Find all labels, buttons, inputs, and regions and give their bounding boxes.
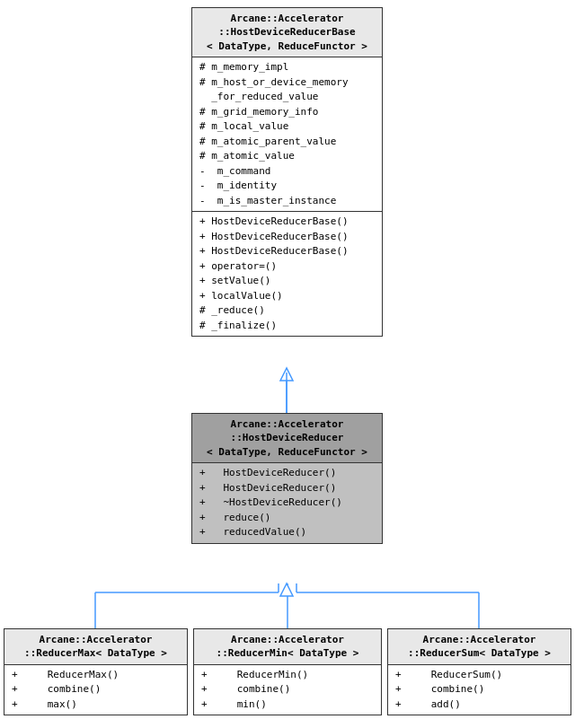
svg-marker-9 <box>280 583 293 596</box>
base-methods-section: + HostDeviceReducerBase() + HostDeviceRe… <box>192 212 382 336</box>
left-class-box: Arcane::Accelerator::ReducerMax< DataTyp… <box>4 628 188 715</box>
center-method-2: + combine() <box>201 682 374 697</box>
method-7: # _reduce() <box>199 303 375 319</box>
left-class-title: Arcane::Accelerator::ReducerMax< DataTyp… <box>4 629 187 665</box>
left-methods-section: + ReducerMax() + combine() + max() <box>4 665 187 715</box>
attr-4: # m_grid_memory_info <box>199 105 375 120</box>
attr-10: - m_is_master_instance <box>199 194 375 209</box>
svg-marker-1 <box>280 368 293 381</box>
method-2: + HostDeviceReducerBase() <box>199 230 375 245</box>
base-class-title: Arcane::Accelerator::HostDeviceReducerBa… <box>192 8 382 57</box>
mid-method-4: + reduce() <box>199 511 375 526</box>
attr-1: # m_memory_impl <box>199 60 375 75</box>
method-4: + operator=() <box>199 259 375 275</box>
left-method-2: + combine() <box>12 682 180 697</box>
method-1: + HostDeviceReducerBase() <box>199 215 375 230</box>
middle-class-title: Arcane::Accelerator::HostDeviceReducer< … <box>192 414 382 463</box>
method-3: + HostDeviceReducerBase() <box>199 244 375 259</box>
attr-2: # m_host_or_device_memory <box>199 75 375 91</box>
base-attributes-section: # m_memory_impl # m_host_or_device_memor… <box>192 57 382 212</box>
attr-3: _for_reduced_value <box>199 90 375 105</box>
center-methods-section: + ReducerMin() + combine() + min() <box>194 665 381 715</box>
base-class-box: Arcane::Accelerator::HostDeviceReducerBa… <box>191 7 383 337</box>
method-6: + localValue() <box>199 289 375 304</box>
middle-methods-section: + HostDeviceReducer() + HostDeviceReduce… <box>192 463 382 543</box>
mid-method-2: + HostDeviceReducer() <box>199 481 375 496</box>
right-method-2: + combine() <box>395 682 563 697</box>
right-class-title: Arcane::Accelerator::ReducerSum< DataTyp… <box>388 629 571 665</box>
center-method-3: + min() <box>201 697 374 713</box>
middle-class-box: Arcane::Accelerator::HostDeviceReducer< … <box>191 413 383 544</box>
attr-8: - m_command <box>199 164 375 180</box>
attr-6: # m_atomic_parent_value <box>199 135 375 150</box>
center-method-1: + ReducerMin() <box>201 668 374 683</box>
right-methods-section: + ReducerSum() + combine() + add() <box>388 665 571 715</box>
left-method-1: + ReducerMax() <box>12 668 180 683</box>
right-method-1: + ReducerSum() <box>395 668 563 683</box>
mid-method-5: + reducedValue() <box>199 525 375 540</box>
diagram-container: Arcane::Accelerator::HostDeviceReducerBa… <box>0 0 575 728</box>
attr-7: # m_atomic_value <box>199 149 375 164</box>
method-5: + setValue() <box>199 274 375 289</box>
attr-9: - m_identity <box>199 179 375 194</box>
right-class-box: Arcane::Accelerator::ReducerSum< DataTyp… <box>387 628 571 715</box>
mid-method-3: + ~HostDeviceReducer() <box>199 496 375 511</box>
attr-5: # m_local_value <box>199 119 375 135</box>
mid-method-1: + HostDeviceReducer() <box>199 466 375 481</box>
left-method-3: + max() <box>12 697 180 713</box>
method-8: # _finalize() <box>199 319 375 334</box>
center-class-box: Arcane::Accelerator::ReducerMin< DataTyp… <box>193 628 382 715</box>
center-class-title: Arcane::Accelerator::ReducerMin< DataTyp… <box>194 629 381 665</box>
right-method-3: + add() <box>395 697 563 713</box>
